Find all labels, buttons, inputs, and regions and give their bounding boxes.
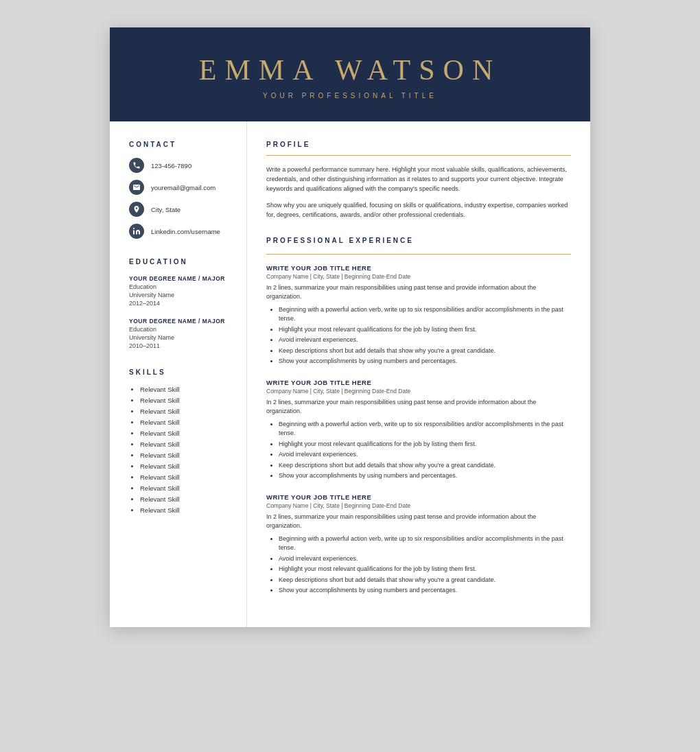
contact-phone: 123-456-7890 [129,158,233,173]
skill-item-2: Relevant Skill [140,397,233,404]
experience-entry-1: WRITE YOUR JOB TITLE HERECompany Name | … [266,264,571,366]
profile-section-title: PROFILE [266,141,571,148]
resume-document: EMMA WATSON YOUR PROFESSIONAL TITLE CONT… [110,27,590,627]
skill-item-11: Relevant Skill [140,495,233,503]
experience-divider [266,254,571,255]
resume-name: EMMA WATSON [137,54,563,86]
phone-icon [129,158,144,173]
education-section-title: EDUCATION [129,258,233,266]
contact-location: City, State [129,202,233,217]
exp-job-title-1: WRITE YOUR JOB TITLE HERE [266,264,571,272]
contact-section-title: CONTACT [129,141,233,148]
location-icon [129,202,144,217]
exp-bullet-2-1: Beginning with a powerful action verb, w… [279,420,571,438]
experience-entries: WRITE YOUR JOB TITLE HERECompany Name | … [266,264,571,596]
exp-bullet-3-3: Highlight your most relevant qualificati… [279,565,571,574]
email-text: youremail@gmail.com [151,184,215,191]
skill-item-9: Relevant Skill [140,473,233,481]
experience-section-title: PROFESSIONAL EXPERIENCE [266,237,571,244]
linkedin-text: Linkedin.com/username [151,228,220,235]
exp-meta-2: Company Name | City, State | Beginning D… [266,388,571,395]
email-icon [129,180,144,195]
linkedin-icon [129,224,144,239]
edu-university-2: University Name [129,334,233,341]
profile-section: PROFILE Write a powerful performance sum… [266,141,571,220]
experience-section: PROFESSIONAL EXPERIENCE WRITE YOUR JOB T… [266,237,571,596]
exp-job-title-3: WRITE YOUR JOB TITLE HERE [266,493,571,501]
skills-section-title: SKILLS [129,368,233,376]
edu-degree-2: YOUR DEGREE NAME / MAJOR [129,318,233,325]
exp-bullet-3-5: Show your accomplishments by using numbe… [279,586,571,596]
skills-list: Relevant SkillRelevant SkillRelevant Ski… [129,386,233,514]
skill-item-3: Relevant Skill [140,408,233,415]
profile-paragraph-2: Show why you are uniquely qualified, foc… [266,201,571,220]
contact-section: CONTACT 123-456-7890 your [129,141,233,239]
exp-bullet-2-3: Avoid irrelevant experiences. [279,450,571,460]
education-entry-1: YOUR DEGREE NAME / MAJOR Education Unive… [129,275,233,307]
exp-bullet-1-4: Keep descriptions short but add details … [279,346,571,356]
skills-section: SKILLS Relevant SkillRelevant SkillRelev… [129,368,233,514]
edu-degree-1: YOUR DEGREE NAME / MAJOR [129,275,233,282]
exp-bullets-1: Beginning with a powerful action verb, w… [266,305,571,366]
education-section: EDUCATION YOUR DEGREE NAME / MAJOR Educa… [129,258,233,349]
edu-years-1: 2012–2014 [129,300,233,307]
exp-bullet-2-2: Highlight your most relevant qualificati… [279,440,571,449]
exp-summary-3: In 2 lines, summarize your main responsi… [266,513,571,531]
exp-meta-1: Company Name | City, State | Beginning D… [266,273,571,280]
exp-bullet-1-3: Avoid irrelevant experiences. [279,336,571,345]
edu-years-2: 2010–2011 [129,342,233,349]
right-column: PROFILE Write a powerful performance sum… [247,121,590,627]
skill-item-4: Relevant Skill [140,419,233,426]
contact-email: youremail@gmail.com [129,180,233,195]
skill-item-10: Relevant Skill [140,484,233,492]
exp-bullet-1-1: Beginning with a powerful action verb, w… [279,305,571,324]
profile-paragraph-1: Write a powerful performance summary her… [266,165,571,194]
exp-summary-2: In 2 lines, summarize your main responsi… [266,398,571,416]
education-entry-2: YOUR DEGREE NAME / MAJOR Education Unive… [129,318,233,349]
edu-type-2: Education [129,326,233,333]
experience-entry-2: WRITE YOUR JOB TITLE HERECompany Name | … [266,379,571,481]
experience-entry-3: WRITE YOUR JOB TITLE HERECompany Name | … [266,493,571,596]
exp-job-title-2: WRITE YOUR JOB TITLE HERE [266,379,571,386]
skill-item-8: Relevant Skill [140,462,233,470]
exp-bullet-1-2: Highlight your most relevant qualificati… [279,325,571,335]
skill-item-5: Relevant Skill [140,430,233,437]
phone-text: 123-456-7890 [151,162,191,169]
exp-bullet-2-5: Show your accomplishments by using numbe… [279,471,571,481]
exp-bullet-3-1: Beginning with a powerful action verb, w… [279,534,571,553]
edu-type-1: Education [129,283,233,290]
exp-summary-1: In 2 lines, summarize your main responsi… [266,283,571,302]
exp-bullet-3-2: Avoid irrelevant experiences. [279,554,571,564]
resume-professional-title: YOUR PROFESSIONAL TITLE [137,92,563,99]
exp-bullet-3-4: Keep descriptions short but add details … [279,576,571,585]
resume-body: CONTACT 123-456-7890 your [110,121,590,627]
exp-bullet-1-5: Show your accomplishments by using numbe… [279,357,571,366]
profile-divider [266,155,571,156]
exp-meta-3: Company Name | City, State | Beginning D… [266,502,571,509]
exp-bullets-2: Beginning with a powerful action verb, w… [266,420,571,481]
skill-item-7: Relevant Skill [140,451,233,459]
resume-header: EMMA WATSON YOUR PROFESSIONAL TITLE [110,27,590,121]
exp-bullet-2-4: Keep descriptions short but add details … [279,461,571,471]
exp-bullets-3: Beginning with a powerful action verb, w… [266,534,571,596]
edu-university-1: University Name [129,292,233,298]
left-column: CONTACT 123-456-7890 your [110,121,247,627]
skill-item-12: Relevant Skill [140,506,233,514]
skill-item-6: Relevant Skill [140,440,233,448]
skill-item-1: Relevant Skill [140,386,233,393]
location-text: City, State [151,206,180,213]
contact-linkedin: Linkedin.com/username [129,224,233,239]
